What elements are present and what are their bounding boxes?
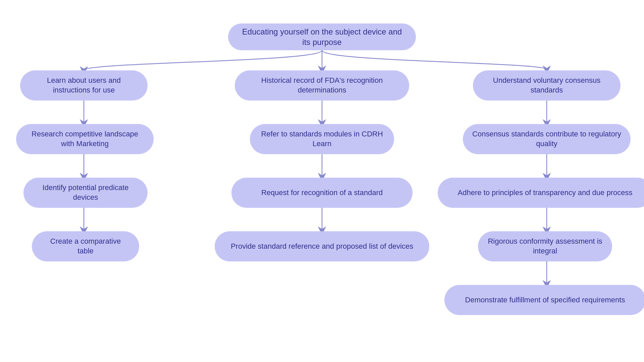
- node-learn-users: Learn about users and instructions for u…: [20, 70, 148, 101]
- node-root: Educating yourself on the subject device…: [228, 23, 416, 50]
- node-identify-predicate: Identify potential predicate devices: [23, 178, 148, 208]
- node-historical-record: Historical record of FDA's recognition d…: [235, 70, 409, 101]
- node-provide-standard-ref: Provide standard reference and proposed …: [215, 231, 429, 261]
- node-conformity-assessment: Rigorous conformity assessment is integr…: [478, 231, 612, 261]
- node-transparency: Adhere to principles of transparency and…: [438, 178, 644, 208]
- node-create-table: Create a comparative table: [32, 231, 139, 261]
- node-voluntary-consensus: Understand voluntary consensus standards: [473, 70, 621, 101]
- node-demonstrate-fulfillment: Demonstrate fulfillment of specified req…: [444, 285, 644, 315]
- node-refer-standards: Refer to standards modules in CDRH Learn: [250, 124, 394, 154]
- flowchart-diagram: Educating yourself on the subject device…: [10, 10, 634, 352]
- node-research-competitive: Research competitive landscape with Mark…: [16, 124, 154, 154]
- node-request-recognition: Request for recognition of a standard: [231, 178, 413, 208]
- node-consensus-quality: Consensus standards contribute to regula…: [463, 124, 631, 154]
